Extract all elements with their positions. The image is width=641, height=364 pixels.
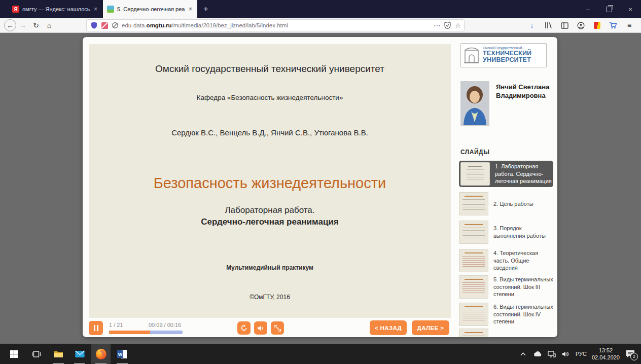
- action-center-button[interactable]: 2: [625, 349, 636, 359]
- next-slide-button[interactable]: ДАЛЕЕ >: [412, 320, 449, 335]
- tab-presentation[interactable]: 5. Сердечно-легочная реаним ×: [102, 0, 197, 18]
- folder-icon: [53, 350, 63, 358]
- sidebar-toggle-icon[interactable]: [560, 21, 569, 30]
- onedrive-cloud-icon[interactable]: [533, 349, 542, 358]
- forward-button[interactable]: →: [16, 19, 29, 31]
- word-button[interactable]: W: [113, 344, 132, 364]
- pause-icon: [94, 325, 95, 331]
- instructor-name: Янчий Светлана Владимировна: [496, 81, 550, 126]
- instructor-photo: [460, 81, 489, 126]
- account-icon[interactable]: [576, 21, 585, 30]
- screen: Я омгту — Яндекс: нашлось 7 м × 5. Серде…: [0, 0, 641, 364]
- bookmark-star-icon[interactable]: ☆: [455, 22, 461, 29]
- slide-item-label: 5. Виды терминальных состояний. Шок III …: [493, 276, 553, 299]
- presentation-card: Омский государственный технический униве…: [83, 37, 557, 337]
- menu-hamburger-icon[interactable]: ≡: [625, 21, 634, 30]
- slide-item-label: 6. Виды терминальных состояний. Шок IV с…: [493, 303, 553, 326]
- pause-button[interactable]: [89, 321, 103, 335]
- pause-icon: [97, 325, 98, 331]
- new-tab-button[interactable]: +: [197, 0, 215, 18]
- slide-list-item-7[interactable]: 7. Виды терминальных: [459, 329, 553, 337]
- prev-slide-button[interactable]: < НАЗАД: [370, 320, 407, 335]
- tab-yandex-search[interactable]: Я омгту — Яндекс: нашлось 7 м ×: [8, 0, 102, 18]
- tab-title: 5. Сердечно-легочная реаним: [117, 6, 185, 12]
- restore-button[interactable]: [598, 0, 620, 18]
- volume-button[interactable]: [254, 321, 267, 335]
- task-view-icon: [32, 350, 41, 358]
- slide-thumbnail: [460, 162, 490, 186]
- library-icon[interactable]: [544, 21, 553, 30]
- yandex-extension-icon[interactable]: [592, 21, 601, 30]
- cart-extension-icon[interactable]: [609, 21, 618, 30]
- back-button[interactable]: ←: [4, 19, 16, 31]
- slides-list-header: СЛАЙДЫ: [460, 149, 489, 156]
- slide-thumbnail: [459, 249, 488, 272]
- home-button[interactable]: ⌂: [43, 19, 56, 31]
- slide-list-item-1[interactable]: 1. Лабораторная работа. Сердечно-легочна…: [459, 161, 553, 187]
- slide-thumbnail: [459, 221, 488, 244]
- page-favicon-icon: [107, 6, 114, 13]
- minimize-button[interactable]: –: [577, 0, 598, 18]
- window-controls: – ×: [577, 0, 641, 18]
- autoplay-blocked-icon[interactable]: [111, 21, 119, 29]
- firefox-button[interactable]: [91, 344, 111, 364]
- slide-authors-line: Сердюк В.С., Венцель В.Д., Янчий С.В., У…: [89, 128, 451, 137]
- word-icon: W: [117, 349, 127, 359]
- tab-close-icon[interactable]: ×: [188, 6, 193, 13]
- university-logo: Омский Государственный ТЕХНИЧЕСКИЙ УНИВЕ…: [460, 43, 547, 67]
- downloads-icon[interactable]: ↓: [527, 21, 537, 30]
- start-button[interactable]: [4, 344, 23, 364]
- slide-list-item-3[interactable]: 3. Порядок выполнения работы: [459, 221, 553, 244]
- file-explorer-button[interactable]: [49, 344, 68, 364]
- slide-thumbnail: [459, 303, 488, 326]
- task-view-button[interactable]: [26, 344, 46, 364]
- close-button[interactable]: ×: [620, 0, 641, 18]
- pocket-shield-icon[interactable]: [444, 22, 451, 29]
- mail-icon: [75, 350, 85, 358]
- fullscreen-button[interactable]: [271, 321, 284, 335]
- notification-badge: 2: [630, 353, 638, 360]
- browser-navbar: ← → ↻ ⌂ edu-data.omgtu.ru/multimedia/201…: [0, 18, 641, 33]
- tray-expand-chevron-icon[interactable]: [519, 349, 528, 358]
- toolbar-extensions: ↓ ≡: [527, 21, 641, 30]
- clock[interactable]: 13:52 02.04.2020: [592, 347, 620, 361]
- volume-tray-icon[interactable]: [561, 349, 571, 358]
- sidebar: Омский Государственный ТЕХНИЧЕСКИЙ УНИВЕ…: [459, 43, 553, 336]
- progress-bar[interactable]: [109, 331, 183, 334]
- slide-list-item-2[interactable]: 2. Цель работы: [459, 192, 553, 215]
- svg-text:W: W: [118, 352, 123, 357]
- slide-item-label: 4. Теоретическая часть. Общие сведения: [493, 249, 553, 272]
- reload-button[interactable]: ↻: [29, 19, 43, 31]
- slide-thumbnail: [459, 329, 488, 337]
- university-building-icon: [463, 46, 480, 64]
- windows-taskbar: W РУС 13:52 02.04.2020 2: [0, 344, 641, 364]
- firefox-icon: [95, 348, 107, 360]
- network-icon[interactable]: [547, 349, 556, 358]
- slide-list-item-4[interactable]: 4. Теоретическая часть. Общие сведения: [459, 249, 553, 272]
- windows-logo-icon: [10, 350, 18, 358]
- clock-time: 13:52: [592, 347, 620, 354]
- slide-item-label: 7. Виды терминальных: [493, 337, 553, 337]
- url-bar[interactable]: edu-data.omgtu.ru/multimedia/2019/bez_ji…: [86, 19, 465, 31]
- slide-main-title: Безопасность жизнедеятельности: [89, 175, 451, 192]
- slide-canvas: Омский государственный технический униве…: [89, 44, 451, 318]
- tab-close-icon[interactable]: ×: [93, 6, 98, 13]
- slide-list-item-6[interactable]: 6. Виды терминальных состояний. Шок IV с…: [459, 303, 553, 326]
- slide-copyright-line: ©ОмГТУ, 2016: [89, 294, 451, 301]
- blocked-content-icon[interactable]: [100, 21, 109, 29]
- slide-list-item-5[interactable]: 5. Виды терминальных состояний. Шок III …: [459, 275, 553, 299]
- slide-university-line: Омский государственный технический униве…: [89, 63, 451, 75]
- tracking-protection-shield-icon[interactable]: [90, 21, 98, 29]
- mail-button[interactable]: [70, 344, 89, 364]
- page-actions-icon[interactable]: ⋯: [434, 22, 440, 29]
- slide-subtitle-1: Лабораторная работа.: [89, 205, 451, 215]
- browser-titlebar: Я омгту — Яндекс: нашлось 7 м × 5. Серде…: [0, 0, 641, 18]
- university-logo-text: Омский Государственный ТЕХНИЧЕСКИЙ УНИВЕ…: [483, 47, 531, 63]
- slide-practicum-line: Мультимедийный практикум: [89, 264, 451, 271]
- slide-item-label: 3. Порядок выполнения работы: [493, 225, 553, 240]
- instructor-block: Янчий Светлана Владимировна: [460, 81, 550, 126]
- restart-button[interactable]: [237, 321, 251, 335]
- language-indicator[interactable]: РУС: [576, 351, 587, 357]
- slide-thumbnail: [459, 192, 488, 215]
- progress-fill: [109, 331, 150, 334]
